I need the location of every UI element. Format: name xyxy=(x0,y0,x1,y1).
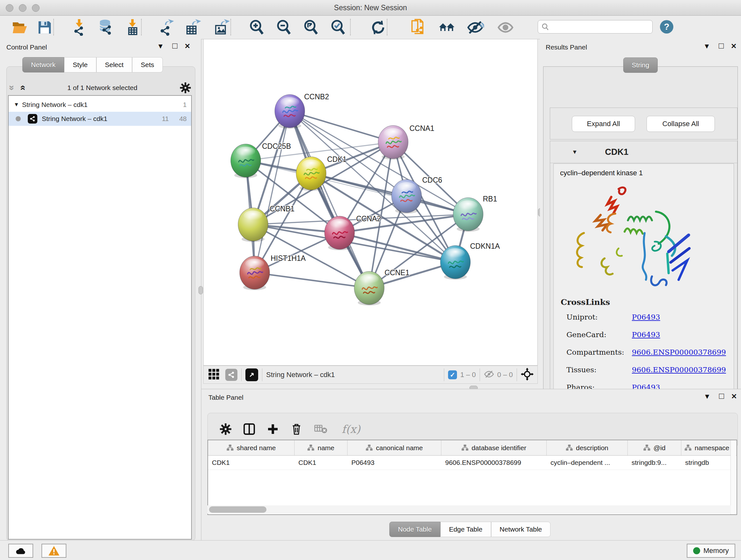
panel-collapse-icon[interactable]: ▼ xyxy=(704,393,711,400)
save-session-button[interactable] xyxy=(36,19,54,36)
import-table-button[interactable] xyxy=(124,19,141,36)
selected-items-checkbox[interactable]: ✓ xyxy=(448,370,457,379)
column-header-name[interactable]: name xyxy=(294,440,347,455)
section-collapse-icon[interactable]: ▼ xyxy=(572,149,578,155)
table-vertical-scrollbar[interactable] xyxy=(731,440,736,514)
left-splitter-handle[interactable] xyxy=(199,286,203,294)
column-header-namespace[interactable]: namespace xyxy=(681,440,733,455)
zoom-fit-button[interactable] xyxy=(302,19,320,36)
export-table-button[interactable] xyxy=(184,19,202,36)
tab-string[interactable]: String xyxy=(623,57,658,73)
export-network-button[interactable] xyxy=(157,19,175,36)
home-layout-button[interactable] xyxy=(438,19,456,36)
panel-float-icon[interactable]: □ xyxy=(719,392,724,399)
cloud-status-button[interactable] xyxy=(8,544,33,558)
table-cell[interactable]: CDK1 xyxy=(294,455,347,470)
import-network-database-button[interactable] xyxy=(96,19,114,36)
crosslink-link[interactable]: P06493 xyxy=(632,330,660,339)
panel-close-icon[interactable]: ✕ xyxy=(185,43,190,50)
zoom-out-button[interactable] xyxy=(275,19,293,36)
table-cell[interactable]: stringdb:9... xyxy=(628,455,681,470)
panel-float-icon[interactable]: □ xyxy=(719,42,724,49)
table-cell[interactable]: 9606.ENSP00000378699 xyxy=(441,455,547,470)
function-builder-icon[interactable]: f(x) xyxy=(337,422,365,437)
crosslink-link[interactable]: 9606.ENSP00000378699 xyxy=(632,348,726,356)
edge-CCNB2-HIST1H1A[interactable] xyxy=(255,111,290,273)
column-header-@id[interactable]: @id xyxy=(628,440,681,455)
string-import-button[interactable] xyxy=(409,19,427,36)
tab-edge-table[interactable]: Edge Table xyxy=(441,522,491,537)
birdseye-view-icon[interactable] xyxy=(246,368,258,381)
table-cell[interactable]: CDK1 xyxy=(208,455,294,470)
help-button[interactable]: ? xyxy=(660,20,673,34)
expand-all-networks-icon[interactable]: » xyxy=(19,85,25,91)
control-panel-tabs: NetworkStyleSelectSets xyxy=(22,57,163,72)
collection-expand-icon[interactable]: ▼ xyxy=(14,102,22,108)
search-input[interactable] xyxy=(549,23,647,31)
network-node-CDKN1A[interactable]: CDKN1A xyxy=(441,242,500,280)
gene-section-header[interactable]: ▼ CDK1 xyxy=(550,141,737,163)
memory-button[interactable]: Memory xyxy=(687,544,735,558)
collapse-all-networks-icon[interactable]: » xyxy=(9,85,15,91)
network-node-HIST1H1A[interactable]: HIST1H1A xyxy=(240,254,306,290)
panel-collapse-icon[interactable]: ▼ xyxy=(157,43,164,50)
grid-view-icon[interactable] xyxy=(208,368,219,381)
table-cell[interactable]: P06493 xyxy=(347,455,441,470)
memory-status-dot xyxy=(693,547,700,554)
crosslink-link[interactable]: 9606.ENSP00000378699 xyxy=(632,366,726,374)
tab-style[interactable]: Style xyxy=(64,57,96,72)
crosslink-link[interactable]: P06493 xyxy=(632,313,660,321)
column-header-description[interactable]: description xyxy=(547,440,628,455)
export-image-button[interactable] xyxy=(213,19,231,36)
network-node-CCNB2[interactable]: CCNB2 xyxy=(275,92,329,129)
string-network-graph[interactable]: CCNB2CCNA1CDC25BCDK1CDC6RB1CCNB1CCNA2CDK… xyxy=(204,39,537,365)
panel-collapse-icon[interactable]: ▼ xyxy=(703,43,711,50)
zoom-window-button[interactable] xyxy=(32,4,40,12)
table-cell[interactable]: cyclin–dependent ... xyxy=(547,455,628,470)
hide-selected-icon-button[interactable] xyxy=(467,19,484,36)
column-header-database-identifier[interactable]: database identifier xyxy=(441,440,547,455)
edge-CDK1-RB1[interactable] xyxy=(311,173,468,214)
delete-column-trash-icon[interactable] xyxy=(288,422,305,437)
table-horizontal-scrollbar[interactable] xyxy=(207,505,731,514)
network-options-gear-icon[interactable] xyxy=(180,82,191,93)
scrollbar-thumb[interactable] xyxy=(209,506,266,513)
zoom-in-button[interactable] xyxy=(248,19,266,36)
minimize-window-button[interactable] xyxy=(19,4,26,12)
show-columns-icon[interactable] xyxy=(241,422,258,437)
panel-float-icon[interactable]: □ xyxy=(172,42,178,49)
column-header-canonical-name[interactable]: canonical name xyxy=(347,440,441,455)
close-window-button[interactable] xyxy=(6,4,13,12)
import-network-file-button[interactable] xyxy=(70,19,88,36)
delete-table-icon[interactable] xyxy=(313,422,329,437)
network-collection-row[interactable]: ▼ String Network – cdk1 1 xyxy=(9,98,191,112)
panel-close-icon[interactable]: ✕ xyxy=(731,393,737,400)
show-all-icon-button[interactable] xyxy=(497,19,515,36)
column-header-shared-name[interactable]: shared name xyxy=(208,440,294,455)
zoom-selected-button[interactable] xyxy=(329,19,347,36)
refresh-button[interactable] xyxy=(369,19,387,36)
network-node-RB1[interactable]: RB1 xyxy=(453,195,497,232)
tab-network[interactable]: Network xyxy=(22,57,64,72)
edge-CCNE1-HIST1H1A[interactable] xyxy=(255,273,369,288)
expand-all-button[interactable]: Expand All xyxy=(572,116,635,132)
table-cell[interactable]: stringdb xyxy=(681,455,733,470)
collapse-all-button[interactable]: Collapse All xyxy=(647,116,715,132)
network-canvas[interactable]: CCNB2CCNA1CDC25BCDK1CDC6RB1CCNB1CCNA2CDK… xyxy=(203,39,538,366)
edge-CCNB2-CCNA1[interactable] xyxy=(290,111,393,142)
tab-select[interactable]: Select xyxy=(96,57,132,72)
tab-node-table[interactable]: Node Table xyxy=(389,522,441,537)
tab-network-table[interactable]: Network Table xyxy=(491,522,551,537)
search-field[interactable] xyxy=(538,20,653,34)
warnings-button[interactable] xyxy=(42,544,66,558)
network-share-view-icon[interactable] xyxy=(225,369,238,381)
network-node-CCNE1[interactable]: CCNE1 xyxy=(354,268,409,306)
network-row-selected[interactable]: String Network – cdk1 11 48 xyxy=(9,112,191,126)
open-session-button[interactable] xyxy=(11,19,29,36)
table-row[interactable]: CDK1CDK1P064939606.ENSP00000378699cyclin… xyxy=(208,455,737,470)
table-settings-gear-icon[interactable] xyxy=(217,422,234,437)
fit-content-crosshair-icon[interactable] xyxy=(521,368,534,382)
tab-sets[interactable]: Sets xyxy=(132,57,163,72)
add-column-icon[interactable] xyxy=(265,422,281,437)
panel-close-icon[interactable]: ✕ xyxy=(731,43,737,50)
